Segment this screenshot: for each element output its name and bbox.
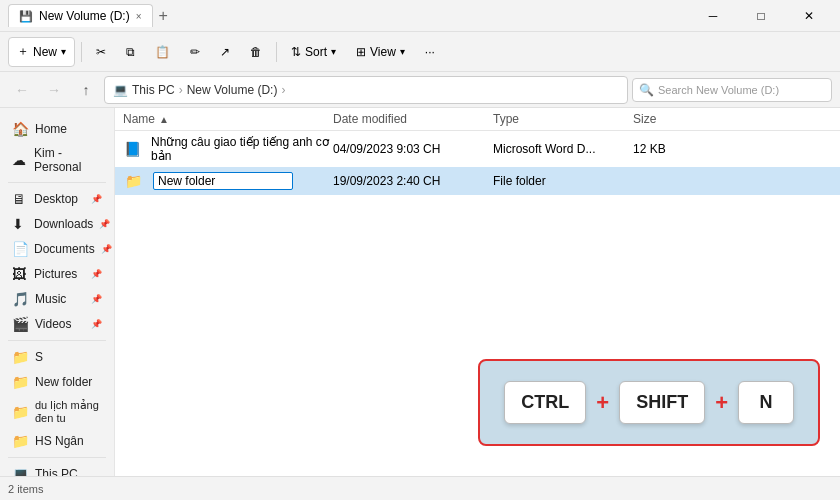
sidebar-folder-dulich[interactable]: 📁 du lịch mảng đen tu — [4, 395, 110, 428]
back-button[interactable]: ← — [8, 76, 36, 104]
tab-close-btn[interactable]: × — [136, 11, 142, 22]
view-icon: ⊞ — [356, 45, 366, 59]
sidebar-label-new: New folder — [35, 375, 92, 389]
documents-icon: 📄 — [12, 241, 28, 257]
sidebar-label-pictures: Pictures — [34, 267, 77, 281]
sidebar-folder-hsngan[interactable]: 📁 HS Ngân — [4, 429, 110, 453]
folder-hsngan-icon: 📁 — [12, 433, 29, 449]
music-icon: 🎵 — [12, 291, 29, 307]
maximize-btn[interactable]: □ — [738, 0, 784, 32]
desktop-pin: 📌 — [91, 194, 102, 204]
delete-button[interactable]: 🗑 — [242, 37, 270, 67]
delete-icon: 🗑 — [250, 45, 262, 59]
file-row-word[interactable]: 📘 Những câu giao tiếp tiếng anh cơ bản 0… — [115, 131, 840, 167]
sidebar: 🏠 Home ☁ Kim - Personal 🖥 Desktop 📌 ⬇ Do… — [0, 108, 115, 476]
share-icon: ↗ — [220, 45, 230, 59]
toolbar-sep-2 — [276, 42, 277, 62]
col-header-size[interactable]: Size — [633, 112, 713, 126]
sort-chevron: ▾ — [331, 46, 336, 57]
title-tab[interactable]: 💾 New Volume (D:) × — [8, 4, 153, 27]
col-header-name[interactable]: Name ▲ — [123, 112, 333, 126]
sidebar-label-hsngan: HS Ngân — [35, 434, 84, 448]
word-file-icon: 📘 — [123, 139, 141, 159]
col-header-date[interactable]: Date modified — [333, 112, 493, 126]
folder-date: 19/09/2023 2:40 CH — [333, 174, 493, 188]
sidebar-label-dulich: du lịch mảng đen tu — [35, 399, 102, 424]
copy-button[interactable]: ⧉ — [118, 37, 143, 67]
word-type: Microsoft Word D... — [493, 142, 633, 156]
key-shift: SHIFT — [619, 381, 705, 424]
file-row-newfolder[interactable]: 📁 19/09/2023 2:40 CH File folder — [115, 167, 840, 195]
sort-icon: ⇅ — [291, 45, 301, 59]
desktop-icon: 🖥 — [12, 191, 28, 207]
new-icon: ＋ — [17, 43, 29, 60]
view-button[interactable]: ⊞ View ▾ — [348, 37, 413, 67]
shortcut-overlay: CTRL + SHIFT + N — [478, 359, 820, 446]
sidebar-label-kim: Kim - Personal — [34, 146, 102, 174]
sidebar-item-videos[interactable]: 🎬 Videos 📌 — [4, 312, 110, 336]
sidebar-label-s: S — [35, 350, 43, 364]
status-bar: 2 items — [0, 476, 840, 500]
sidebar-label-documents: Documents — [34, 242, 95, 256]
downloads-icon: ⬇ — [12, 216, 28, 232]
sidebar-item-thispc[interactable]: 💻 This PC — [4, 462, 110, 476]
documents-pin: 📌 — [101, 244, 112, 254]
sidebar-item-desktop[interactable]: 🖥 Desktop 📌 — [4, 187, 110, 211]
sidebar-folder-s[interactable]: 📁 S — [4, 345, 110, 369]
sidebar-label-music: Music — [35, 292, 66, 306]
downloads-pin: 📌 — [99, 219, 110, 229]
close-btn[interactable]: ✕ — [786, 0, 832, 32]
tab-title: New Volume (D:) — [39, 9, 130, 23]
sidebar-item-kim[interactable]: ☁ Kim - Personal — [4, 142, 110, 178]
word-file-name: Những câu giao tiếp tiếng anh cơ bản — [151, 135, 333, 163]
sidebar-folder-new[interactable]: 📁 New folder — [4, 370, 110, 394]
address-path[interactable]: 💻 This PC › New Volume (D:) › — [104, 76, 628, 104]
status-text: 2 items — [8, 483, 43, 495]
rename-button[interactable]: ✏ — [182, 37, 208, 67]
sidebar-divider-1 — [8, 182, 106, 183]
cut-button[interactable]: ✂ — [88, 37, 114, 67]
path-sep-2: › — [281, 83, 285, 97]
sidebar-label-home: Home — [35, 122, 67, 136]
view-chevron: ▾ — [400, 46, 405, 57]
minimize-btn[interactable]: ─ — [690, 0, 736, 32]
sidebar-divider-2 — [8, 340, 106, 341]
rename-input[interactable] — [153, 172, 293, 190]
sort-button[interactable]: ⇅ Sort ▾ — [283, 37, 344, 67]
cut-icon: ✂ — [96, 45, 106, 59]
view-label: View — [370, 45, 396, 59]
plus-1-icon: + — [596, 390, 609, 416]
plus-2-icon: + — [715, 390, 728, 416]
music-pin: 📌 — [91, 294, 102, 304]
search-placeholder: Search New Volume (D:) — [658, 84, 779, 96]
more-button[interactable]: ··· — [417, 37, 443, 67]
word-date: 04/09/2023 9:03 CH — [333, 142, 493, 156]
new-button[interactable]: ＋ New ▾ — [8, 37, 75, 67]
sidebar-divider-3 — [8, 457, 106, 458]
file-name-cell-word: 📘 Những câu giao tiếp tiếng anh cơ bản — [123, 135, 333, 163]
folder-dulich-icon: 📁 — [12, 404, 29, 420]
up-button[interactable]: ↑ — [72, 76, 100, 104]
sidebar-item-pictures[interactable]: 🖼 Pictures 📌 — [4, 262, 110, 286]
col-header-type[interactable]: Type — [493, 112, 633, 126]
col-date-label: Date modified — [333, 112, 407, 126]
sidebar-item-documents[interactable]: 📄 Documents 📌 — [4, 237, 110, 261]
new-tab-btn[interactable]: + — [159, 7, 168, 25]
main-area: 🏠 Home ☁ Kim - Personal 🖥 Desktop 📌 ⬇ Do… — [0, 108, 840, 476]
path-part-2: New Volume (D:) — [187, 83, 278, 97]
sidebar-item-home[interactable]: 🏠 Home — [4, 117, 110, 141]
key-ctrl: CTRL — [504, 381, 586, 424]
cloud-icon: ☁ — [12, 152, 28, 168]
forward-button[interactable]: → — [40, 76, 68, 104]
home-icon: 🏠 — [12, 121, 29, 137]
more-label: ··· — [425, 45, 435, 59]
pictures-icon: 🖼 — [12, 266, 28, 282]
sidebar-label-desktop: Desktop — [34, 192, 78, 206]
search-box[interactable]: 🔍 Search New Volume (D:) — [632, 78, 832, 102]
sidebar-item-downloads[interactable]: ⬇ Downloads 📌 — [4, 212, 110, 236]
share-button[interactable]: ↗ — [212, 37, 238, 67]
file-area: Name ▲ Date modified Type Size 📘 Những c… — [115, 108, 840, 476]
folder-type: File folder — [493, 174, 633, 188]
paste-button[interactable]: 📋 — [147, 37, 178, 67]
sidebar-item-music[interactable]: 🎵 Music 📌 — [4, 287, 110, 311]
